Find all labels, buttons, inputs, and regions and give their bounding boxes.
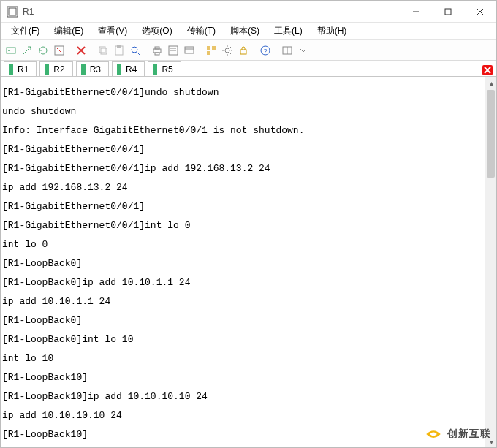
svg-rect-6 [7, 48, 15, 53]
tab-r3[interactable]: R3 [76, 61, 109, 76]
terminal-line: [R1-LoopBack0]int lo 10 [2, 335, 483, 344]
scroll-down-icon[interactable]: ▾ [485, 436, 496, 447]
print-icon[interactable] [150, 43, 164, 58]
menu-bar: 文件(F) 编辑(E) 查看(V) 选项(O) 传输(T) 脚本(S) 工具(L… [1, 23, 496, 40]
menu-help[interactable]: 帮助(H) [311, 23, 353, 39]
help-icon[interactable]: ? [258, 43, 273, 58]
status-indicator-icon [81, 64, 86, 75]
svg-rect-12 [99, 47, 105, 53]
svg-rect-30 [240, 50, 246, 54]
settings-icon[interactable] [220, 43, 235, 58]
terminal-line: [R1-LoopBack0] [2, 259, 483, 268]
close-tab-icon[interactable] [482, 64, 493, 76]
svg-rect-3 [445, 9, 451, 15]
tab-label: R2 [53, 64, 64, 75]
vertical-scrollbar[interactable]: ▴ ▾ [485, 77, 496, 447]
tab-r5[interactable]: R5 [148, 61, 181, 76]
find-icon[interactable] [128, 43, 143, 58]
disconnect-icon[interactable] [52, 43, 67, 58]
svg-point-7 [8, 50, 10, 51]
title-bar: R1 [1, 1, 496, 23]
svg-rect-20 [155, 53, 159, 55]
svg-line-17 [137, 52, 140, 55]
session-tabs: R1 R2 R3 R4 R5 [1, 61, 496, 77]
svg-rect-26 [207, 46, 210, 50]
terminal-line: [R1-LoopBack10] [2, 430, 483, 439]
menu-options[interactable]: 选项(O) [136, 23, 178, 39]
svg-line-9 [56, 48, 62, 53]
tab-label: R1 [18, 64, 29, 75]
window-title: R1 [23, 7, 400, 17]
terminal-area: [R1-GigabitEthernet0/0/1]undo shutdown u… [1, 77, 496, 447]
close-button[interactable] [464, 1, 496, 23]
scroll-thumb[interactable] [487, 90, 495, 178]
status-indicator-icon [117, 64, 121, 75]
copy-icon[interactable] [96, 43, 110, 58]
terminal-line: ip add 10.10.1.1 24 [2, 297, 483, 306]
terminal-line: [R1-GigabitEthernet0/0/1] [2, 145, 483, 154]
maximize-button[interactable] [432, 1, 464, 23]
reconnect-icon[interactable] [36, 43, 50, 58]
status-indicator-icon [9, 64, 13, 75]
terminal-line: [R1-GigabitEthernet0/0/1] [2, 202, 483, 211]
tab-label: R3 [90, 64, 101, 75]
terminal-line: [R1-LoopBack0] [2, 316, 483, 325]
connect-icon[interactable] [4, 43, 18, 58]
svg-rect-28 [207, 51, 210, 55]
session-manager-icon[interactable] [204, 43, 219, 58]
terminal-line: Info: Interface GigabitEthernet0/0/1 is … [2, 126, 483, 135]
tab-r2[interactable]: R2 [39, 61, 72, 76]
svg-text:?: ? [263, 48, 267, 55]
toolbar: ? [1, 40, 496, 61]
tab-r4[interactable]: R4 [112, 61, 145, 76]
svg-rect-1 [9, 8, 16, 15]
svg-rect-24 [185, 47, 194, 53]
paste-icon[interactable] [112, 43, 126, 58]
svg-rect-15 [117, 45, 121, 48]
dropdown-icon[interactable] [296, 43, 311, 58]
toggle-view-icon[interactable] [280, 43, 295, 58]
terminal-line: int lo 10 [2, 354, 483, 363]
terminal-line: [R1-LoopBack10] [2, 373, 483, 382]
menu-transfer[interactable]: 传输(T) [181, 23, 221, 39]
terminal-line: ip add 192.168.13.2 24 [2, 183, 483, 192]
svg-point-16 [132, 47, 137, 53]
app-icon [7, 6, 18, 18]
quick-connect-icon[interactable] [20, 43, 34, 58]
lock-icon[interactable] [236, 43, 251, 58]
terminal-line: [R1-LoopBack10]ip add 10.10.10.10 24 [2, 392, 483, 401]
menu-file[interactable]: 文件(F) [5, 23, 45, 39]
minimize-button[interactable] [400, 1, 432, 23]
menu-script[interactable]: 脚本(S) [224, 23, 265, 39]
terminal[interactable]: [R1-GigabitEthernet0/0/1]undo shutdown u… [1, 77, 485, 447]
scroll-up-icon[interactable]: ▴ [485, 77, 496, 88]
status-indicator-icon [45, 64, 49, 75]
menu-tools[interactable]: 工具(L) [268, 23, 308, 39]
tab-label: R4 [126, 64, 137, 75]
window-controls [400, 1, 496, 23]
menu-view[interactable]: 查看(V) [92, 23, 133, 39]
terminal-line: int lo 0 [2, 240, 483, 249]
svg-rect-27 [212, 46, 216, 50]
terminal-line: [R1-GigabitEthernet0/0/1]undo shutdown [2, 88, 483, 97]
app-window: R1 文件(F) 编辑(E) 查看(V) 选项(O) 传输(T) 脚本(S) 工… [0, 0, 497, 448]
terminal-line: [R1-GigabitEthernet0/0/1]ip add 192.168.… [2, 164, 483, 173]
properties-icon[interactable] [166, 43, 181, 58]
new-session-icon[interactable] [182, 43, 197, 58]
status-indicator-icon [153, 64, 157, 75]
terminal-line: ip add 10.10.10.10 24 [2, 411, 483, 420]
svg-rect-19 [155, 47, 159, 49]
terminal-line: undo shutdown [2, 107, 483, 116]
svg-rect-13 [101, 48, 107, 54]
svg-point-29 [225, 48, 229, 53]
tab-label: R5 [162, 64, 172, 75]
tab-r1[interactable]: R1 [4, 61, 37, 76]
terminal-line: [R1-LoopBack0]ip add 10.10.1.1 24 [2, 278, 483, 287]
terminal-line: [R1-GigabitEthernet0/0/1]int lo 0 [2, 221, 483, 230]
svg-rect-18 [153, 49, 161, 53]
disconnect-all-icon[interactable] [74, 43, 88, 58]
menu-edit[interactable]: 编辑(E) [48, 23, 89, 39]
